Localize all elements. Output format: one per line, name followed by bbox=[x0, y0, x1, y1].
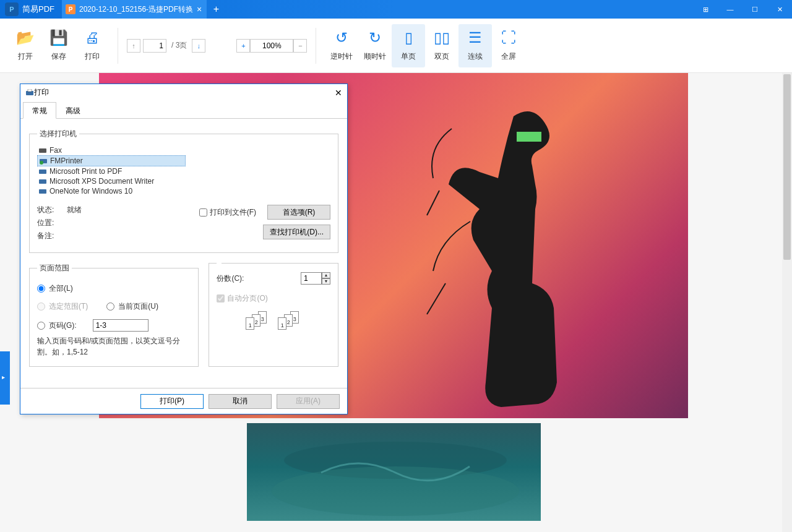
minimize-button[interactable]: — bbox=[718, 6, 742, 13]
single-page-label: 单页 bbox=[401, 51, 416, 62]
collate-illustration: 321 321 bbox=[217, 311, 330, 331]
rotate-ccw-icon: ↺ bbox=[335, 29, 348, 46]
rotate-cw-icon: ↻ bbox=[369, 29, 381, 46]
dialog-footer: 打印(P) 取消 应用(A) bbox=[20, 388, 347, 414]
dialog-body: 选择打印机 Fax FMPrinter Microsoft Print to P… bbox=[20, 119, 347, 388]
rotate-ccw-button[interactable]: ↺ 逆时针 bbox=[325, 24, 358, 67]
printer-name: Microsoft Print to PDF bbox=[50, 167, 122, 176]
page-number-input[interactable] bbox=[143, 39, 166, 53]
open-label: 打开 bbox=[18, 51, 33, 62]
tab-general[interactable]: 常规 bbox=[23, 102, 56, 119]
copies-input[interactable] bbox=[301, 272, 322, 285]
svg-rect-5 bbox=[39, 148, 46, 153]
zoom-input[interactable] bbox=[250, 39, 293, 53]
zoom-out-button[interactable]: − bbox=[293, 39, 307, 53]
print-to-file-input[interactable] bbox=[199, 208, 207, 217]
save-label: 保存 bbox=[51, 51, 66, 62]
zoom-control: + − bbox=[236, 39, 307, 53]
radio-selection bbox=[37, 302, 45, 311]
location-label: 位置: bbox=[37, 218, 58, 228]
toolbar: 📂 打开 💾 保存 🖨 打印 ↑ / 3页 ↓ + − ↺ 逆时针 ↻ 顺时针 … bbox=[0, 19, 792, 73]
tab-close-icon[interactable]: × bbox=[197, 4, 202, 14]
pdf-page-2 bbox=[247, 423, 541, 521]
fullscreen-label: 全屏 bbox=[501, 51, 516, 62]
dialog-tabs: 常规 高级 bbox=[20, 101, 347, 119]
dialog-cancel-button[interactable]: 取消 bbox=[209, 394, 272, 409]
radio-pages[interactable] bbox=[37, 322, 45, 330]
copies-spinner[interactable]: ▲ ▼ bbox=[301, 272, 330, 285]
radio-all[interactable] bbox=[37, 285, 45, 293]
pages-stack-icon: 321 bbox=[246, 311, 269, 331]
printer-icon bbox=[38, 168, 47, 175]
maximize-button[interactable]: ☐ bbox=[742, 6, 767, 14]
radio-pages-row[interactable]: 页码(G): bbox=[37, 319, 191, 332]
folder-open-icon: 📂 bbox=[16, 29, 35, 46]
copies-down-button[interactable]: ▼ bbox=[322, 278, 330, 285]
page-total-label: / 3页 bbox=[169, 40, 189, 51]
svg-point-2 bbox=[272, 466, 519, 516]
copies-up-button[interactable]: ▲ bbox=[322, 272, 330, 278]
printer-name: Microsoft XPS Document Writer bbox=[50, 177, 154, 186]
svg-rect-4 bbox=[28, 89, 32, 92]
printer-name: OneNote for Windows 10 bbox=[50, 187, 132, 195]
printer-item-xps[interactable]: Microsoft XPS Document Writer bbox=[37, 176, 330, 186]
dialog-close-button[interactable]: ✕ bbox=[335, 88, 342, 98]
double-page-label: 双页 bbox=[434, 51, 449, 62]
printer-icon bbox=[38, 178, 47, 185]
rotate-cw-button[interactable]: ↻ 顺时针 bbox=[358, 24, 392, 67]
zoom-in-button[interactable]: + bbox=[236, 39, 250, 53]
radio-selection-row: 选定范围(T) bbox=[37, 301, 88, 312]
svg-rect-9 bbox=[39, 179, 46, 184]
copies-group: 份数(C): ▲ ▼ 自动分页(O) 321 bbox=[209, 263, 338, 367]
app-logo-icon: P bbox=[5, 2, 19, 16]
open-button[interactable]: 📂 打开 bbox=[9, 24, 42, 67]
collate-label: 自动分页(O) bbox=[227, 293, 267, 304]
radio-all-row[interactable]: 全部(L) bbox=[37, 283, 191, 294]
toolbar-separator bbox=[118, 28, 118, 64]
sidebar-expand-handle[interactable] bbox=[0, 351, 10, 405]
printer-item-onenote[interactable]: OneNote for Windows 10 bbox=[37, 186, 330, 196]
collate-checkbox: 自动分页(O) bbox=[217, 293, 330, 304]
dialog-title: 打印 bbox=[34, 87, 49, 98]
printer-icon bbox=[25, 89, 34, 97]
page-range-input[interactable] bbox=[93, 319, 148, 332]
close-window-button[interactable]: ✕ bbox=[767, 6, 792, 14]
print-to-file-label: 打印到文件(F) bbox=[210, 207, 256, 218]
find-printer-button[interactable]: 查找打印机(D)... bbox=[263, 225, 330, 239]
printer-name: Fax bbox=[50, 146, 62, 155]
fullscreen-button[interactable]: ⛶ 全屏 bbox=[492, 24, 525, 67]
collate-input bbox=[217, 294, 225, 302]
app-menu-icon[interactable]: ⊞ bbox=[693, 6, 718, 14]
page-up-button[interactable]: ↑ bbox=[127, 39, 140, 53]
print-button[interactable]: 🖨 打印 bbox=[75, 24, 109, 67]
double-page-button[interactable]: ▯▯ 双页 bbox=[425, 24, 458, 67]
radio-current[interactable] bbox=[106, 302, 114, 311]
printer-list: Fax FMPrinter Microsoft Print to PDF Mic… bbox=[37, 145, 330, 196]
rotate-cw-label: 顺时针 bbox=[364, 51, 386, 62]
continuous-icon: ☰ bbox=[468, 29, 482, 46]
scrollbar-thumb[interactable] bbox=[783, 74, 791, 260]
vertical-scrollbar[interactable] bbox=[782, 73, 792, 532]
printer-item-fax[interactable]: Fax bbox=[37, 145, 330, 155]
page-illustration bbox=[247, 423, 541, 521]
continuous-button[interactable]: ☰ 连续 bbox=[458, 24, 492, 67]
pages-stack-icon: 321 bbox=[278, 311, 301, 331]
app-title: 简易PDF bbox=[22, 4, 62, 15]
tab-advanced[interactable]: 高级 bbox=[56, 102, 90, 119]
printer-icon bbox=[38, 187, 47, 195]
page-down-button[interactable]: ↓ bbox=[192, 39, 205, 53]
printer-item-mspdf[interactable]: Microsoft Print to PDF bbox=[37, 166, 330, 176]
printer-check-icon bbox=[39, 157, 48, 165]
document-tab[interactable]: P 2020-12-10_152156-迅捷PDF转换 × bbox=[62, 0, 207, 19]
add-tab-button[interactable]: + bbox=[207, 4, 225, 15]
dialog-print-button[interactable]: 打印(P) bbox=[140, 394, 204, 409]
preferences-button[interactable]: 首选项(R) bbox=[267, 205, 330, 220]
toolbar-separator bbox=[316, 28, 316, 64]
radio-current-row[interactable]: 当前页面(U) bbox=[106, 301, 158, 312]
dialog-apply-button: 应用(A) bbox=[277, 394, 340, 409]
print-to-file-checkbox[interactable]: 打印到文件(F) bbox=[199, 207, 256, 218]
single-page-button[interactable]: ▯ 单页 bbox=[392, 24, 425, 67]
save-button[interactable]: 💾 保存 bbox=[42, 24, 75, 67]
print-label: 打印 bbox=[85, 51, 100, 62]
printer-item-fmprinter[interactable]: FMPrinter bbox=[37, 155, 186, 166]
